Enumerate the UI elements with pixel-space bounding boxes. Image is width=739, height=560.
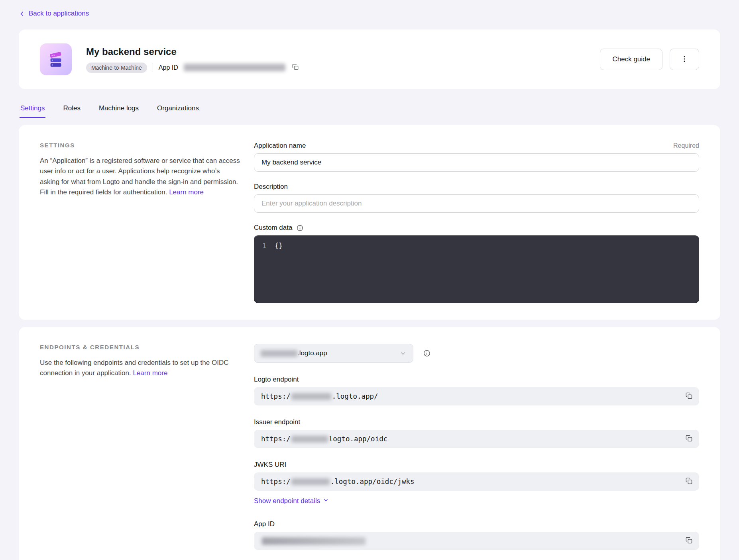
header-info: My backend service Machine-to-Machine Ap…	[86, 46, 590, 73]
domain-suffix: .logto.app	[297, 349, 327, 357]
tab-organizations[interactable]: Organizations	[156, 103, 200, 118]
endpoints-form: .logto.app Logto endpoint	[254, 344, 699, 560]
description-label: Description	[254, 183, 288, 191]
url-redacted	[291, 436, 328, 443]
chevron-left-icon	[19, 10, 26, 17]
show-endpoint-details-link[interactable]: Show endpoint details	[254, 497, 329, 505]
endpoints-section-description: Use the following endpoints and credenti…	[40, 358, 241, 379]
back-link-label: Back to applications	[29, 10, 89, 18]
copy-icon	[685, 435, 693, 443]
tab-settings[interactable]: Settings	[20, 103, 45, 118]
app-id-label: App ID	[159, 64, 178, 71]
url-suffix: logto.app/oidc	[329, 435, 388, 443]
app-id-group: App ID	[254, 520, 699, 550]
description-input[interactable]	[254, 194, 699, 213]
settings-description-text: An “Application” is a registered softwar…	[40, 157, 240, 196]
endpoints-credentials-card: ENDPOINTS & CREDENTIALS Use the followin…	[19, 327, 720, 560]
endpoints-section-heading: ENDPOINTS & CREDENTIALS	[40, 344, 241, 350]
application-name-field-group: Application name Required	[254, 142, 699, 172]
endpoints-section-intro: ENDPOINTS & CREDENTIALS Use the followin…	[40, 344, 241, 560]
application-name-label: Application name	[254, 142, 306, 150]
copy-issuer-endpoint-button[interactable]	[684, 433, 694, 444]
url-suffix: .logto.app/oidc/jwks	[330, 478, 415, 486]
info-icon[interactable]	[296, 224, 304, 232]
copy-icon	[292, 63, 299, 72]
jwks-uri-group: JWKS URI https:/ .logto.app/oidc/jwks	[254, 461, 699, 505]
url-prefix: https:/	[261, 478, 291, 486]
tab-roles[interactable]: Roles	[62, 103, 81, 118]
kebab-icon	[680, 55, 688, 64]
domain-subdomain-redacted	[261, 350, 297, 357]
machine-to-machine-app-icon	[40, 43, 72, 75]
application-detail-page: Back to applications My backend service …	[0, 0, 739, 560]
app-id-redacted	[262, 537, 366, 545]
jwks-uri-field: https:/ .logto.app/oidc/jwks	[254, 472, 699, 491]
application-name-input[interactable]	[254, 153, 699, 172]
settings-learn-more-link[interactable]: Learn more	[169, 188, 204, 196]
domain-info-icon[interactable]	[423, 349, 431, 357]
issuer-endpoint-field: https:/ logto.app/oidc	[254, 430, 699, 448]
copy-icon	[685, 477, 693, 486]
url-redacted	[291, 478, 330, 485]
logto-endpoint-field: https:/ .logto.app/	[254, 387, 699, 405]
copy-app-id-field-button[interactable]	[684, 535, 694, 546]
custom-data-label: Custom data	[254, 224, 304, 232]
custom-data-label-text: Custom data	[254, 224, 292, 232]
url-suffix: .logto.app/	[332, 392, 378, 400]
settings-section-heading: SETTINGS	[40, 142, 241, 149]
jwks-uri-label: JWKS URI	[254, 461, 286, 469]
app-type-badge: Machine-to-Machine	[86, 63, 147, 73]
editor-code: {}	[275, 242, 283, 250]
copy-icon	[685, 392, 693, 401]
application-header-card: My backend service Machine-to-Machine Ap…	[19, 29, 720, 89]
endpoints-learn-more-link[interactable]: Learn more	[133, 369, 167, 377]
custom-data-field-group: Custom data 1 {}	[254, 224, 699, 303]
settings-section-intro: SETTINGS An “Application” is a registere…	[40, 142, 241, 303]
settings-form: Application name Required Description Cu…	[254, 142, 699, 303]
logto-endpoint-label: Logto endpoint	[254, 376, 299, 384]
page-title: My backend service	[86, 46, 590, 57]
app-id-field-label: App ID	[254, 520, 275, 528]
more-options-button[interactable]	[670, 49, 699, 70]
copy-icon	[685, 537, 693, 545]
chevron-down-icon	[399, 350, 407, 357]
app-id-value-redacted	[184, 64, 285, 71]
domain-select-value: .logto.app	[261, 349, 327, 357]
url-redacted	[291, 393, 331, 400]
tab-bar: Settings Roles Machine logs Organization…	[19, 103, 720, 118]
copy-jwks-uri-button[interactable]	[684, 476, 694, 487]
chevron-down-icon	[323, 497, 329, 505]
server-stack-glyph	[47, 50, 65, 69]
tab-machine-logs[interactable]: Machine logs	[98, 103, 140, 118]
copy-app-id-button[interactable]	[291, 63, 300, 72]
settings-card: SETTINGS An “Application” is a registere…	[19, 125, 720, 320]
show-endpoint-details-label: Show endpoint details	[254, 497, 320, 505]
domain-select[interactable]: .logto.app	[254, 344, 413, 363]
app-id-field	[254, 532, 699, 550]
issuer-endpoint-label: Issuer endpoint	[254, 418, 300, 426]
check-guide-button[interactable]: Check guide	[600, 49, 662, 70]
back-to-applications-link[interactable]: Back to applications	[19, 8, 89, 19]
header-actions: Check guide	[600, 49, 699, 70]
editor-line-number: 1	[254, 242, 275, 250]
url-prefix: https:/	[261, 435, 291, 443]
settings-section-description: An “Application” is a registered softwar…	[40, 156, 241, 198]
logto-endpoint-group: Logto endpoint https:/ .logto.app/	[254, 376, 699, 405]
copy-logto-endpoint-button[interactable]	[684, 391, 694, 402]
domain-row: .logto.app	[254, 344, 699, 363]
issuer-endpoint-group: Issuer endpoint https:/ logto.app/oidc	[254, 418, 699, 448]
description-field-group: Description	[254, 183, 699, 213]
custom-data-editor[interactable]: 1 {}	[254, 235, 699, 303]
url-prefix: https:/	[261, 392, 291, 400]
app-meta-row: Machine-to-Machine App ID	[86, 63, 590, 73]
divider	[153, 63, 153, 72]
required-hint: Required	[673, 142, 699, 149]
